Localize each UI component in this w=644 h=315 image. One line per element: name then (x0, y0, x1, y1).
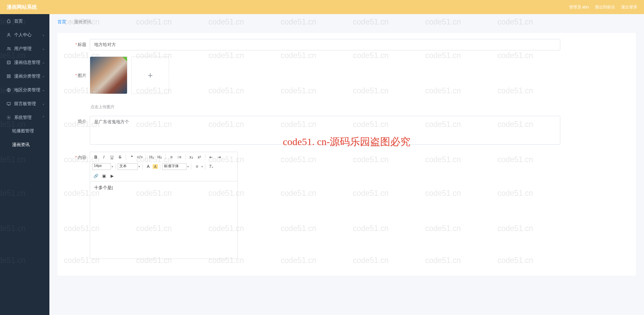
underline-button[interactable]: U (108, 153, 116, 161)
sidebar-item-label: 轮播图管理 (12, 128, 34, 134)
indent-button[interactable]: ⇥ (215, 153, 223, 161)
svg-point-2 (9, 47, 10, 48)
admin-label[interactable]: 管理员 abo (569, 4, 589, 10)
intro-textarea[interactable] (90, 116, 560, 145)
bgcolor-button[interactable]: A (153, 164, 158, 169)
breadcrumb-home[interactable]: 首页 (57, 19, 66, 24)
layers-icon (6, 60, 11, 65)
italic-button[interactable]: I (100, 153, 108, 161)
sidebar-item-personal[interactable]: 个人中心 ⌄ (0, 28, 49, 42)
header-actions: 管理员 abo 退出到前台 退出登录 (569, 4, 637, 10)
sidebar-item-users[interactable]: 用户管理 ⌄ (0, 42, 49, 55)
quote-button[interactable]: ❝ (128, 153, 135, 161)
chevron-up-icon: ⌃ (42, 116, 45, 119)
code-button[interactable]: </> (136, 153, 144, 161)
exit-front-link[interactable]: 退出到前台 (595, 4, 615, 10)
globe-icon (6, 88, 11, 92)
logo: 漫画网站系统 (7, 4, 37, 10)
breadcrumb: 首页 / 漫画资讯 (49, 14, 644, 30)
sidebar-item-label: 漫画分类管理 (14, 73, 40, 79)
users-icon (6, 46, 11, 51)
top-header: 漫画网站系统 管理员 abo 退出到前台 退出登录 (0, 0, 644, 14)
ul-button[interactable]: ⁝≡ (176, 153, 183, 161)
title-label: *标题 (66, 39, 86, 50)
svg-rect-9 (7, 102, 11, 104)
message-icon (6, 101, 11, 106)
sidebar-item-label: 留言板管理 (14, 101, 36, 107)
form-card: *标题 *图片 + 点击上传图片 简介 (57, 33, 636, 276)
bold-button[interactable]: B (92, 153, 99, 161)
sidebar-item-label: 首页 (14, 18, 23, 24)
fontfamily-select[interactable]: 标准字体 (162, 163, 187, 170)
breadcrumb-sep: / (70, 19, 71, 24)
image-label: *图片 (66, 56, 86, 110)
ol-button[interactable]: ≡ (168, 153, 175, 161)
sidebar-item-label: 系统管理 (14, 115, 32, 121)
svg-point-0 (8, 33, 10, 35)
sidebar-item-label: 个人中心 (14, 32, 32, 38)
content-label: *内容 (66, 152, 86, 259)
textcolor-button[interactable]: A (145, 163, 152, 170)
sidebar-item-system[interactable]: 系统管理 ⌃ (0, 110, 49, 124)
chevron-down-icon: ⌄ (42, 60, 45, 64)
fontsize-select[interactable]: 14px (92, 163, 111, 170)
h2-button[interactable]: H₂ (156, 153, 163, 161)
rich-editor: B I U S ❝ </> H₁ H₂ ≡ ⁝≡ (90, 152, 238, 259)
sidebar-item-comic-info[interactable]: 漫画信息管理 ⌄ (0, 55, 49, 69)
image-button[interactable]: ▣ (100, 172, 108, 180)
sidebar-item-label: 漫画信息管理 (14, 59, 40, 65)
intro-label: 简介 (66, 116, 86, 146)
chevron-down-icon: ⌄ (42, 47, 45, 50)
editor-toolbar: B I U S ❝ </> H₁ H₂ ≡ ⁝≡ (90, 152, 237, 181)
chevron-down-icon: ⌄ (42, 88, 45, 92)
sidebar-item-comic-category[interactable]: 漫画分类管理 ⌄ (0, 69, 49, 83)
svg-point-10 (8, 117, 9, 118)
sup-button[interactable]: x² (196, 153, 203, 161)
chevron-down-icon: ⌄ (42, 102, 45, 105)
sub-button[interactable]: x₂ (188, 153, 195, 161)
upload-tip: 点击上传图片 (90, 104, 628, 110)
breadcrumb-current: 漫画资讯 (74, 19, 91, 24)
sidebar-item-label: 地区分类管理 (14, 87, 40, 93)
h1-button[interactable]: H₁ (148, 153, 155, 161)
user-icon (6, 33, 11, 37)
align-select[interactable]: ≡ (193, 163, 201, 170)
video-button[interactable]: ▶ (108, 172, 116, 180)
gear-icon (6, 115, 11, 120)
svg-rect-6 (7, 77, 8, 78)
svg-rect-5 (9, 75, 10, 76)
svg-rect-4 (7, 75, 8, 76)
chevron-down-icon: ⌄ (42, 74, 45, 78)
sidebar-item-region[interactable]: 地区分类管理 ⌄ (0, 83, 49, 97)
sidebar-item-label: 用户管理 (14, 46, 32, 52)
title-input[interactable] (90, 39, 560, 50)
image-thumbnail[interactable] (90, 56, 127, 94)
svg-rect-3 (7, 61, 10, 64)
svg-point-1 (8, 47, 9, 48)
sidebar: 首页 个人中心 ⌄ 用户管理 ⌄ 漫画信息管理 ⌄ 漫画分类管理 ⌄ 地区分类管… (0, 14, 49, 315)
sidebar-sub-carousel[interactable]: 轮播图管理 (0, 124, 49, 138)
svg-rect-7 (9, 77, 10, 78)
strike-button[interactable]: S (116, 153, 124, 161)
link-button[interactable]: 🔗 (92, 172, 99, 180)
editor-content[interactable]: 十多个是| (90, 181, 237, 259)
home-icon (6, 19, 11, 24)
sidebar-item-label: 漫画资讯 (12, 142, 30, 148)
paragraph-select[interactable]: 文本 (118, 163, 138, 170)
sidebar-submenu: 轮播图管理 漫画资讯 (0, 124, 49, 152)
sidebar-item-home[interactable]: 首页 (0, 14, 49, 28)
chevron-down-icon: ⌄ (42, 33, 45, 37)
plus-icon: + (148, 70, 153, 81)
outdent-button[interactable]: ⇤ (207, 153, 215, 161)
upload-add-button[interactable]: + (131, 56, 169, 94)
sidebar-item-guestbook[interactable]: 留言板管理 ⌄ (0, 97, 49, 110)
sidebar-sub-news[interactable]: 漫画资讯 (0, 138, 49, 152)
logout-link[interactable]: 退出登录 (621, 4, 637, 10)
main-content: 首页 / 漫画资讯 *标题 *图片 + 点击上传图片 (49, 14, 644, 315)
grid-icon (6, 74, 11, 79)
clear-format-button[interactable]: Tₓ (207, 163, 215, 170)
